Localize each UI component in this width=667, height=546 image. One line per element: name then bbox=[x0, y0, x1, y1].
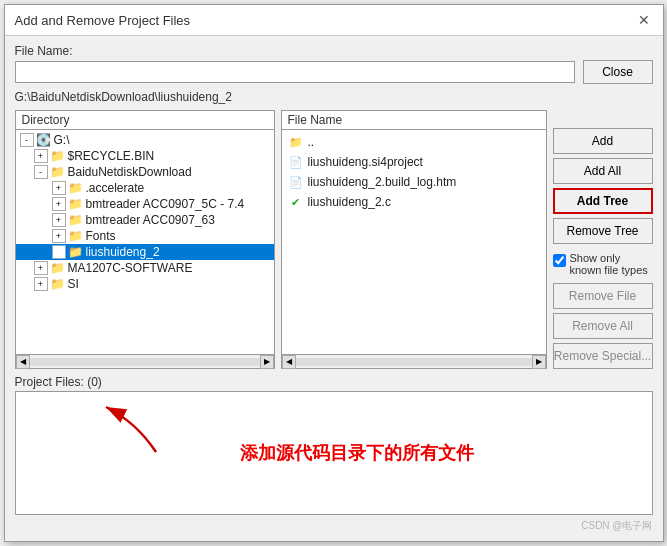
show-known-label: Show only known file types bbox=[570, 252, 653, 276]
tree-item-label: SI bbox=[68, 277, 79, 291]
project-files-section: Project Files: (0) 添加源代码目录下的所有文件 bbox=[15, 375, 653, 515]
folder-icon: 📁 bbox=[50, 149, 65, 163]
folder-icon: 📁 bbox=[68, 245, 83, 259]
drive-icon: 💽 bbox=[36, 133, 51, 147]
tree-item-label: MA1207C-SOFTWARE bbox=[68, 261, 193, 275]
folder-up-icon: 📁 bbox=[288, 134, 304, 150]
directory-panel: Directory - 💽 G:\ + 📁 $RECYCLE.BIN bbox=[15, 110, 275, 369]
file-item-parent[interactable]: 📁 .. bbox=[282, 132, 546, 152]
directory-scrollbar-h[interactable]: ◀ ▶ bbox=[15, 355, 275, 369]
expand-bmtreader1[interactable]: + bbox=[52, 197, 66, 211]
tree-item-label: bmtreader ACC0907_5C - 7.4 bbox=[86, 197, 245, 211]
remove-all-button[interactable]: Remove All bbox=[553, 313, 653, 339]
expand-recycle[interactable]: + bbox=[34, 149, 48, 163]
expand-fonts[interactable]: + bbox=[52, 229, 66, 243]
tree-item-label: BaiduNetdiskDownload bbox=[68, 165, 192, 179]
file-green-icon: ✔ bbox=[288, 194, 304, 210]
scroll-track bbox=[30, 358, 260, 366]
folder-icon: 📁 bbox=[68, 197, 83, 211]
file-scrollbar-h[interactable]: ◀ ▶ bbox=[281, 355, 547, 369]
file-panel: File Name 📁 .. 📄 liushuideng.si4project … bbox=[281, 110, 547, 369]
file-item-buildlog[interactable]: 📄 liushuideng_2.build_log.htm bbox=[282, 172, 546, 192]
folder-icon: 📁 bbox=[68, 213, 83, 227]
tree-item-label: $RECYCLE.BIN bbox=[68, 149, 155, 163]
tree-item-label: liushuideng_2 bbox=[86, 245, 160, 259]
folder-icon: 📁 bbox=[68, 229, 83, 243]
tree-item-label: .accelerate bbox=[86, 181, 145, 195]
tree-item-ma1207[interactable]: + 📁 MA1207C-SOFTWARE bbox=[16, 260, 274, 276]
bottom-right-btns: Remove File Remove All Remove Special... bbox=[553, 283, 653, 369]
file-name-row: File Name: Close bbox=[15, 44, 653, 84]
expand-accelerate[interactable]: + bbox=[52, 181, 66, 195]
folder-icon: 📁 bbox=[50, 165, 65, 179]
expand-g-root[interactable]: - bbox=[20, 133, 34, 147]
folder-icon: 📁 bbox=[68, 181, 83, 195]
file-item-label: .. bbox=[308, 135, 315, 149]
tree-item-liushuideng[interactable]: + 📁 liushuideng_2 bbox=[16, 244, 274, 260]
file-item-label: liushuideng_2.c bbox=[308, 195, 391, 209]
expand-bmtreader2[interactable]: + bbox=[52, 213, 66, 227]
dialog-body: File Name: Close G:\BaiduNetdiskDownload… bbox=[5, 36, 663, 523]
title-bar: Add and Remove Project Files ✕ bbox=[5, 5, 663, 36]
expand-ma1207[interactable]: + bbox=[34, 261, 48, 275]
expand-liushuideng[interactable]: + bbox=[52, 245, 66, 259]
tree-item-g-root[interactable]: - 💽 G:\ bbox=[16, 132, 274, 148]
add-all-button[interactable]: Add All bbox=[553, 158, 653, 184]
panels-wrapper: Directory - 💽 G:\ + 📁 $RECYCLE.BIN bbox=[15, 110, 653, 369]
scroll-left-btn2[interactable]: ◀ bbox=[282, 355, 296, 369]
tree-item-baidu[interactable]: - 📁 BaiduNetdiskDownload bbox=[16, 164, 274, 180]
tree-item-bmtreader1[interactable]: + 📁 bmtreader ACC0907_5C - 7.4 bbox=[16, 196, 274, 212]
right-button-panel: Add Add All Add Tree Remove Tree Show on… bbox=[553, 110, 653, 369]
file-list[interactable]: 📁 .. 📄 liushuideng.si4project 📄 liushuid… bbox=[281, 129, 547, 355]
expand-baidu[interactable]: - bbox=[34, 165, 48, 179]
tree-item-si[interactable]: + 📁 SI bbox=[16, 276, 274, 292]
project-files-area[interactable]: 添加源代码目录下的所有文件 bbox=[15, 391, 653, 515]
tree-item-recycle[interactable]: + 📁 $RECYCLE.BIN bbox=[16, 148, 274, 164]
expand-si[interactable]: + bbox=[34, 277, 48, 291]
close-x-button[interactable]: ✕ bbox=[635, 11, 653, 29]
scroll-right-btn2[interactable]: ▶ bbox=[532, 355, 546, 369]
folder-icon: 📁 bbox=[50, 277, 65, 291]
file-item-si4project[interactable]: 📄 liushuideng.si4project bbox=[282, 152, 546, 172]
add-button[interactable]: Add bbox=[553, 128, 653, 154]
tree-item-label: bmtreader ACC0907_63 bbox=[86, 213, 215, 227]
current-path: G:\BaiduNetdiskDownload\liushuideng_2 bbox=[15, 90, 653, 104]
add-tree-button[interactable]: Add Tree bbox=[553, 188, 653, 214]
file-panel-header: File Name bbox=[281, 110, 547, 129]
file-name-label: File Name: bbox=[15, 44, 653, 58]
annotation-text: 添加源代码目录下的所有文件 bbox=[240, 441, 474, 465]
remove-tree-button[interactable]: Remove Tree bbox=[553, 218, 653, 244]
tree-item-label: Fonts bbox=[86, 229, 116, 243]
scroll-track2 bbox=[296, 358, 532, 366]
remove-file-button[interactable]: Remove File bbox=[553, 283, 653, 309]
file-item-label: liushuideng.si4project bbox=[308, 155, 423, 169]
file-item-c[interactable]: ✔ liushuideng_2.c bbox=[282, 192, 546, 212]
dialog-title: Add and Remove Project Files bbox=[15, 13, 191, 28]
remove-special-button[interactable]: Remove Special... bbox=[553, 343, 653, 369]
directory-panel-header: Directory bbox=[15, 110, 275, 129]
file-item-label: liushuideng_2.build_log.htm bbox=[308, 175, 457, 189]
tree-item-label: G:\ bbox=[54, 133, 70, 147]
file-name-input[interactable] bbox=[15, 61, 575, 83]
show-known-checkbox[interactable] bbox=[553, 254, 566, 267]
scroll-left-btn[interactable]: ◀ bbox=[16, 355, 30, 369]
project-files-label: Project Files: (0) bbox=[15, 375, 653, 389]
folder-icon: 📁 bbox=[50, 261, 65, 275]
file-icon: 📄 bbox=[288, 154, 304, 170]
dialog: Add and Remove Project Files ✕ File Name… bbox=[4, 4, 664, 542]
directory-tree[interactable]: - 💽 G:\ + 📁 $RECYCLE.BIN - bbox=[15, 129, 275, 355]
close-button[interactable]: Close bbox=[583, 60, 653, 84]
scroll-right-btn[interactable]: ▶ bbox=[260, 355, 274, 369]
show-known-row: Show only known file types bbox=[553, 252, 653, 276]
file-icon: 📄 bbox=[288, 174, 304, 190]
tree-item-bmtreader2[interactable]: + 📁 bmtreader ACC0907_63 bbox=[16, 212, 274, 228]
tree-item-accelerate[interactable]: + 📁 .accelerate bbox=[16, 180, 274, 196]
tree-item-fonts[interactable]: + 📁 Fonts bbox=[16, 228, 274, 244]
